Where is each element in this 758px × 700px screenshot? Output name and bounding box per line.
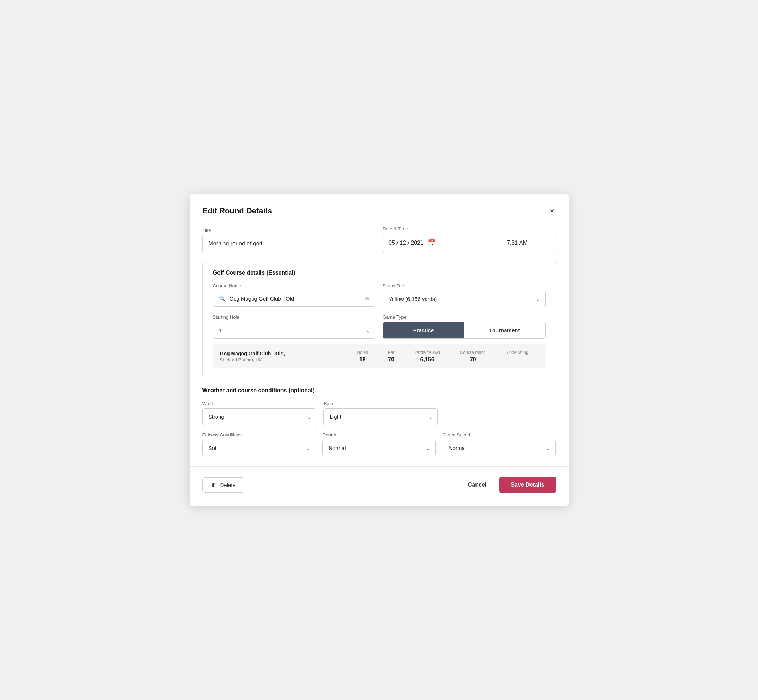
course-info-name-block: Gog Magog Golf Club - Old, Shelford Bott… [220, 351, 347, 362]
course-info-row: Gog Magog Golf Club - Old, Shelford Bott… [213, 344, 545, 369]
yards-value: 6,156 [420, 356, 434, 363]
cancel-button[interactable]: Cancel [462, 477, 492, 492]
delete-label: Delete [220, 482, 236, 488]
course-name-field-group: Course Name 🔍 Gog Magog Golf Club - Old … [213, 283, 376, 307]
golf-section-title: Golf Course details (Essential) [213, 270, 545, 276]
course-rating-label: Course rating [460, 350, 486, 355]
game-type-label: Game Type [382, 314, 545, 320]
golf-top-row: Course Name 🔍 Gog Magog Golf Club - Old … [213, 283, 545, 307]
course-name-label: Course Name [213, 283, 376, 289]
title-label: Title [202, 228, 376, 233]
footer-row: 🗑 Delete Cancel Save Details [202, 477, 556, 493]
footer-right: Cancel Save Details [462, 477, 556, 493]
practice-toggle[interactable]: Practice [383, 322, 464, 338]
datetime-field-group: Date & Time 05 / 12 / 2021 📅 7:31 AM [382, 226, 556, 252]
weather-section: Weather and course conditions (optional)… [202, 388, 556, 456]
weather-row-2: Fairway Conditions SoftNormalHard ⌄ Roug… [202, 432, 556, 456]
date-value: 05 / 12 / 2021 [388, 240, 423, 246]
tournament-toggle[interactable]: Tournament [464, 322, 545, 338]
wind-dropdown[interactable]: NoneLightModerateStrong [202, 408, 317, 425]
date-input[interactable]: 05 / 12 / 2021 📅 [382, 234, 479, 252]
fairway-select-wrapper: SoftNormalHard ⌄ [202, 440, 316, 456]
time-value: 7:31 AM [507, 240, 528, 246]
weather-title: Weather and course conditions (optional) [202, 388, 556, 394]
trash-icon: 🗑 [211, 482, 217, 488]
rough-select-wrapper: ShortNormalLong ⌄ [323, 440, 435, 456]
stat-holes: Holes 18 [357, 350, 368, 363]
select-tee-label: Select Tee [382, 283, 545, 289]
starting-hole-label: Starting Hole [213, 314, 376, 320]
time-input[interactable]: 7:31 AM [479, 234, 556, 252]
calendar-icon: 📅 [428, 239, 435, 247]
game-type-toggle: Practice Tournament [382, 322, 545, 339]
starting-hole-field-group: Starting Hole 1234 5678 910 ⌄ [213, 314, 376, 339]
par-value: 70 [388, 356, 394, 363]
select-tee-wrapper: Yellow (6,156 yards) White Red Blue ⌄ [382, 291, 545, 307]
stat-yards: Yards(Yellow) 6,156 [414, 350, 440, 363]
green-speed-dropdown[interactable]: SlowNormalFast [443, 440, 556, 456]
datetime-label: Date & Time [382, 226, 556, 231]
yards-label: Yards(Yellow) [414, 350, 440, 355]
starting-hole-dropdown[interactable]: 1234 5678 910 [213, 322, 376, 339]
edit-round-modal: Edit Round Details × Title Date & Time 0… [190, 194, 568, 506]
golf-bottom-row: Starting Hole 1234 5678 910 ⌄ Game Type … [213, 314, 545, 339]
stat-par: Par 70 [388, 350, 395, 363]
course-rating-value: 70 [470, 356, 476, 363]
save-button[interactable]: Save Details [499, 477, 556, 493]
fairway-label: Fairway Conditions [202, 432, 316, 438]
clear-course-icon[interactable]: ✕ [365, 295, 370, 302]
stat-slope-rating: Slope rating - [506, 350, 528, 363]
rough-field-group: Rough ShortNormalLong ⌄ [323, 432, 435, 456]
select-tee-field-group: Select Tee Yellow (6,156 yards) White Re… [382, 283, 545, 307]
weather-row-1: Wind NoneLightModerateStrong ⌄ Rain None… [202, 401, 438, 425]
wind-field-group: Wind NoneLightModerateStrong ⌄ [202, 401, 317, 425]
slope-rating-value: - [516, 356, 518, 363]
slope-rating-label: Slope rating [506, 350, 528, 355]
rough-dropdown[interactable]: ShortNormalLong [323, 440, 435, 456]
green-speed-label: Green Speed [443, 432, 556, 438]
par-label: Par [388, 350, 395, 355]
footer-divider [190, 466, 568, 467]
fairway-dropdown[interactable]: SoftNormalHard [202, 440, 316, 456]
title-input[interactable] [202, 235, 376, 252]
golf-course-section: Golf Course details (Essential) Course N… [202, 261, 556, 377]
course-stats: Holes 18 Par 70 Yards(Yellow) 6,156 Cour… [347, 350, 539, 363]
top-row: Title Date & Time 05 / 12 / 2021 📅 7:31 … [202, 226, 556, 252]
rough-label: Rough [323, 432, 435, 438]
wind-label: Wind [202, 401, 317, 406]
stat-course-rating: Course rating 70 [460, 350, 486, 363]
course-name-input[interactable]: 🔍 Gog Magog Golf Club - Old ✕ [213, 291, 376, 306]
rain-label: Rain [324, 401, 438, 406]
search-icon: 🔍 [219, 295, 226, 302]
course-name-value: Gog Magog Golf Club - Old [230, 295, 362, 302]
title-field-group: Title [202, 228, 376, 252]
modal-header: Edit Round Details × [202, 206, 556, 216]
modal-title: Edit Round Details [202, 206, 272, 216]
rain-select-wrapper: NoneLightModerateHeavy ⌄ [324, 408, 438, 425]
wind-select-wrapper: NoneLightModerateStrong ⌄ [202, 408, 317, 425]
holes-value: 18 [359, 356, 366, 363]
starting-hole-wrapper: 1234 5678 910 ⌄ [213, 322, 376, 339]
rain-field-group: Rain NoneLightModerateHeavy ⌄ [324, 401, 438, 425]
select-tee-dropdown[interactable]: Yellow (6,156 yards) White Red Blue [382, 291, 545, 307]
rain-dropdown[interactable]: NoneLightModerateHeavy [324, 408, 438, 425]
holes-label: Holes [357, 350, 368, 355]
game-type-field-group: Game Type Practice Tournament [382, 314, 545, 339]
fairway-field-group: Fairway Conditions SoftNormalHard ⌄ [202, 432, 316, 456]
green-speed-field-group: Green Speed SlowNormalFast ⌄ [443, 432, 556, 456]
course-info-location: Shelford Bottom, UK [220, 357, 347, 362]
datetime-wrapper: 05 / 12 / 2021 📅 7:31 AM [382, 234, 556, 252]
delete-button[interactable]: 🗑 Delete [202, 477, 244, 493]
green-speed-select-wrapper: SlowNormalFast ⌄ [443, 440, 556, 456]
course-info-name: Gog Magog Golf Club - Old, [220, 351, 347, 356]
close-button[interactable]: × [548, 206, 556, 216]
